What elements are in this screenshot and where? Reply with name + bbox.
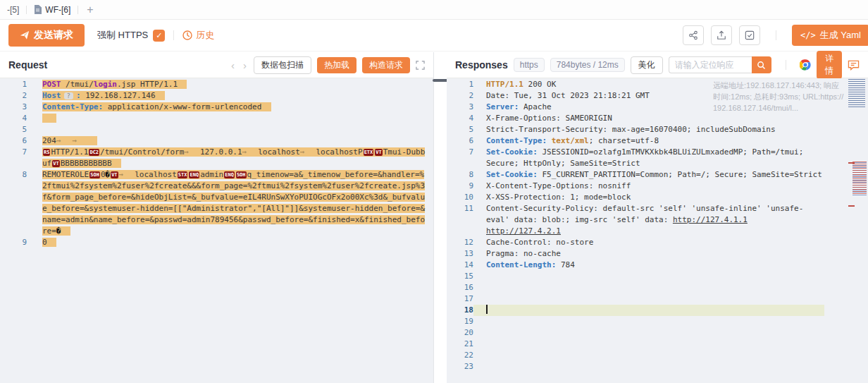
history-prev-icon[interactable]: ‹ <box>230 60 236 71</box>
panel-splitter[interactable] <box>434 52 447 383</box>
code-line: 6204→→ <box>0 135 433 147</box>
response-editor[interactable]: 1HTTP/1.1 200 OK2Date: Tue, 31 Oct 2023 … <box>447 78 868 383</box>
window-tab-bar: -[5] WF-[6] + <box>0 0 868 20</box>
tab-wf-5[interactable]: -[5] <box>0 0 26 19</box>
code-line: 6Content-Type: text/xml; charset=utf-8 <box>447 135 868 147</box>
tab-label: WF-[6] <box>45 5 70 15</box>
share-button[interactable] <box>683 25 704 45</box>
code-line: 21 <box>447 339 868 350</box>
share-icon <box>688 30 698 40</box>
protocol-badge: https <box>514 58 545 72</box>
code-line: 1POST /tmui/login.jsp HTTP/1.1 <box>0 79 433 90</box>
toolbar-divider <box>173 30 174 40</box>
add-tab-button[interactable]: + <box>78 4 101 16</box>
code-line: 14Content-Length: 784 <box>447 260 868 271</box>
search-input[interactable] <box>669 56 752 73</box>
code-line: 17 <box>447 293 868 305</box>
code-line: 8Set-Cookie: F5_CURRENT_PARTITION=Common… <box>447 169 868 181</box>
hot-reload-button[interactable]: 热加载 <box>317 57 356 73</box>
code-line: 4X-Frame-Options: SAMEORIGIN <box>447 113 868 124</box>
toolbar-divider <box>776 30 776 40</box>
code-line: 5 <box>0 124 433 135</box>
history-button[interactable]: 历史 <box>182 29 214 42</box>
minimap-marker <box>848 162 855 164</box>
code-line: 3Content-Type: application/x-www-form-ur… <box>0 102 433 113</box>
send-icon <box>20 30 30 40</box>
request-panel-title: Request <box>8 59 47 71</box>
export-button[interactable] <box>711 25 732 45</box>
code-line: 7Set-Cookie: JSESSIONID=ozlafg1mTMVKXkbk… <box>447 147 868 169</box>
code-line: 13Pragma: no-cache <box>447 248 868 260</box>
code-line: 19 <box>447 316 868 327</box>
code-line: 22 <box>447 350 868 361</box>
request-code: 1POST /tmui/login.jsp HTTP/1.12Host?: 19… <box>0 79 433 248</box>
details-button[interactable]: 详情 <box>817 51 842 79</box>
tab-wf-6[interactable]: WF-[6] <box>27 0 78 19</box>
tab-label: -[5] <box>7 5 19 15</box>
size-time-badge: 784bytes / 12ms <box>550 58 625 72</box>
main-toolbar: 发送请求 强制 HTTPS ✓ 历史 </> 生成 Yam <box>0 20 868 51</box>
code-line: 90 <box>0 237 433 248</box>
minimap[interactable] <box>848 78 867 297</box>
force-https-checkbox[interactable]: ✓ <box>153 30 165 42</box>
response-panel-title: Responses <box>455 59 508 71</box>
header-divider <box>786 60 786 70</box>
code-line: 20 <box>447 327 868 339</box>
code-line: 11Content-Security-Policy: default-src '… <box>447 203 868 237</box>
code-line: 12Cache-Control: no-store <box>447 237 868 248</box>
code-line: 7RSHTTP/1.1DC2/tmui/Control/form→127.0.0… <box>0 147 433 169</box>
packet-scan-button[interactable]: 数据包扫描 <box>254 56 311 74</box>
request-panel: Request ‹ › 数据包扫描 热加载 构造请求 1POST /tmui/l… <box>0 52 434 383</box>
search-button[interactable] <box>752 56 771 73</box>
response-search <box>669 56 771 73</box>
code-line: 5Strict-Transport-Security: max-age=1607… <box>447 124 868 135</box>
fullscreen-icon[interactable] <box>416 61 425 70</box>
feedback-message-icon[interactable] <box>848 59 860 71</box>
code-line: 16 <box>447 282 868 293</box>
send-request-button[interactable]: 发送请求 <box>8 24 85 47</box>
code-line: 15 <box>447 271 868 282</box>
response-code: 1HTTP/1.1 200 OK2Date: Tue, 31 Oct 2023 … <box>447 79 868 372</box>
response-meta-info: 远端地址:192.168.127.146:443; 响应时间:12ms; 总耗时… <box>713 80 844 114</box>
search-icon <box>757 61 766 70</box>
edit-check-icon <box>745 30 755 40</box>
code-line: 23 <box>447 361 868 372</box>
force-https-label: 强制 HTTPS <box>97 29 148 42</box>
code-line: 9X-Content-Type-Options: nosniff <box>447 181 868 192</box>
minimap-marker <box>848 205 855 207</box>
export-icon <box>717 30 726 40</box>
code-line: 8REMOTEROLESOH0�VT→localhostSTXENQadminE… <box>0 169 433 237</box>
generate-yaml-button[interactable]: </> 生成 Yaml <box>792 25 868 46</box>
chrome-icon[interactable] <box>800 59 811 71</box>
minimap-body-block <box>852 162 867 195</box>
text-cursor <box>486 305 488 314</box>
edit-check-button[interactable] <box>739 25 760 45</box>
code-line: 18 <box>447 305 868 316</box>
beautify-button[interactable]: 美化 <box>631 56 663 74</box>
code-line: 2Host?: 192.168.127.146 <box>0 90 433 102</box>
request-editor[interactable]: 1POST /tmui/login.jsp HTTP/1.12Host?: 19… <box>0 78 433 383</box>
history-next-icon[interactable]: › <box>242 60 248 71</box>
clock-icon <box>182 30 192 40</box>
code-line: 4 <box>0 113 433 124</box>
response-panel: Responses https 784bytes / 12ms 美化 <box>447 52 868 383</box>
code-line: 10X-XSS-Protection: 1; mode=block <box>447 192 868 203</box>
minimap-headers-block <box>848 79 865 108</box>
construct-request-button[interactable]: 构造请求 <box>362 57 410 73</box>
file-icon <box>34 5 42 14</box>
